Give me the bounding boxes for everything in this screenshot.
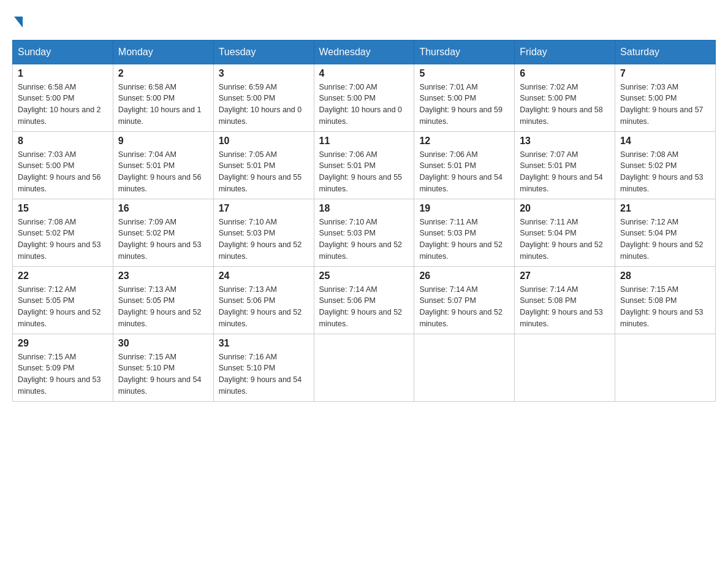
day-info: Sunrise: 7:07 AMSunset: 5:01 PMDaylight:… [520,149,610,195]
calendar-cell: 25Sunrise: 7:14 AMSunset: 5:06 PMDayligh… [314,266,414,334]
calendar-cell: 16Sunrise: 7:09 AMSunset: 5:02 PMDayligh… [113,199,213,266]
day-number: 12 [419,136,509,147]
day-number: 22 [18,270,108,282]
day-info: Sunrise: 6:58 AMSunset: 5:00 PMDaylight:… [118,82,208,128]
day-number: 27 [520,270,610,282]
day-number: 23 [118,270,208,282]
calendar-cell: 19Sunrise: 7:11 AMSunset: 5:03 PMDayligh… [414,199,515,266]
day-number: 16 [118,203,208,214]
calendar-cell: 15Sunrise: 7:08 AMSunset: 5:02 PMDayligh… [13,199,113,266]
day-number: 1 [18,68,108,79]
day-number: 14 [620,136,710,147]
day-info: Sunrise: 7:13 AMSunset: 5:05 PMDaylight:… [118,284,208,330]
day-number: 10 [219,136,309,147]
calendar-cell: 31Sunrise: 7:16 AMSunset: 5:10 PMDayligh… [213,334,314,401]
day-number: 28 [620,270,710,282]
day-number: 29 [18,338,108,349]
day-number: 18 [319,203,409,214]
calendar-cell: 20Sunrise: 7:11 AMSunset: 5:04 PMDayligh… [515,199,615,266]
day-info: Sunrise: 7:09 AMSunset: 5:02 PMDaylight:… [118,216,208,262]
day-number: 4 [319,68,409,79]
weekday-header-thursday: Thursday [414,40,515,64]
day-number: 26 [419,270,509,282]
day-info: Sunrise: 7:14 AMSunset: 5:08 PMDaylight:… [520,284,610,330]
calendar-cell: 28Sunrise: 7:15 AMSunset: 5:08 PMDayligh… [615,266,716,334]
calendar-table: SundayMondayTuesdayWednesdayThursdayFrid… [12,40,716,402]
day-info: Sunrise: 7:13 AMSunset: 5:06 PMDaylight:… [219,284,309,330]
weekday-header-tuesday: Tuesday [213,40,314,64]
day-info: Sunrise: 7:12 AMSunset: 5:05 PMDaylight:… [18,284,108,330]
day-number: 15 [18,203,108,214]
day-info: Sunrise: 6:59 AMSunset: 5:00 PMDaylight:… [219,82,309,128]
day-info: Sunrise: 7:11 AMSunset: 5:04 PMDaylight:… [520,216,610,262]
calendar-cell: 18Sunrise: 7:10 AMSunset: 5:03 PMDayligh… [314,199,414,266]
calendar-header-row: SundayMondayTuesdayWednesdayThursdayFrid… [13,40,716,64]
calendar-cell: 26Sunrise: 7:14 AMSunset: 5:07 PMDayligh… [414,266,515,334]
calendar-week-row: 15Sunrise: 7:08 AMSunset: 5:02 PMDayligh… [13,199,716,266]
day-info: Sunrise: 7:14 AMSunset: 5:06 PMDaylight:… [319,284,409,330]
day-info: Sunrise: 7:15 AMSunset: 5:10 PMDaylight:… [118,351,208,397]
day-number: 31 [219,338,309,349]
day-number: 21 [620,203,710,214]
calendar-cell: 21Sunrise: 7:12 AMSunset: 5:04 PMDayligh… [615,199,716,266]
day-info: Sunrise: 7:03 AMSunset: 5:00 PMDaylight:… [18,149,108,195]
day-number: 11 [319,136,409,147]
calendar-cell: 27Sunrise: 7:14 AMSunset: 5:08 PMDayligh… [515,266,615,334]
day-info: Sunrise: 7:08 AMSunset: 5:02 PMDaylight:… [620,149,710,195]
logo-row1 [12,12,23,30]
calendar-week-row: 22Sunrise: 7:12 AMSunset: 5:05 PMDayligh… [13,266,716,334]
day-number: 9 [118,136,208,147]
day-info: Sunrise: 7:06 AMSunset: 5:01 PMDaylight:… [419,149,509,195]
day-number: 5 [419,68,509,79]
day-info: Sunrise: 7:11 AMSunset: 5:03 PMDaylight:… [419,216,509,262]
day-number: 13 [520,136,610,147]
day-info: Sunrise: 7:16 AMSunset: 5:10 PMDaylight:… [219,351,309,397]
calendar-cell [314,334,414,401]
day-info: Sunrise: 7:00 AMSunset: 5:00 PMDaylight:… [319,82,409,128]
day-number: 2 [118,68,208,79]
weekday-header-sunday: Sunday [13,40,113,64]
calendar-cell: 23Sunrise: 7:13 AMSunset: 5:05 PMDayligh… [113,266,213,334]
calendar-cell [414,334,515,401]
calendar-cell [515,334,615,401]
day-info: Sunrise: 7:08 AMSunset: 5:02 PMDaylight:… [18,216,108,262]
day-info: Sunrise: 7:04 AMSunset: 5:01 PMDaylight:… [118,149,208,195]
calendar-cell: 5Sunrise: 7:01 AMSunset: 5:00 PMDaylight… [414,64,515,131]
calendar-cell: 10Sunrise: 7:05 AMSunset: 5:01 PMDayligh… [213,131,314,199]
calendar-cell: 1Sunrise: 6:58 AMSunset: 5:00 PMDaylight… [13,64,113,131]
day-info: Sunrise: 7:05 AMSunset: 5:01 PMDaylight:… [219,149,309,195]
calendar-cell: 12Sunrise: 7:06 AMSunset: 5:01 PMDayligh… [414,131,515,199]
calendar-cell: 8Sunrise: 7:03 AMSunset: 5:00 PMDaylight… [13,131,113,199]
day-info: Sunrise: 7:03 AMSunset: 5:00 PMDaylight:… [620,82,710,128]
calendar-cell: 30Sunrise: 7:15 AMSunset: 5:10 PMDayligh… [113,334,213,401]
day-number: 8 [18,136,108,147]
weekday-header-monday: Monday [113,40,213,64]
calendar-cell: 7Sunrise: 7:03 AMSunset: 5:00 PMDaylight… [615,64,716,131]
day-info: Sunrise: 7:01 AMSunset: 5:00 PMDaylight:… [419,82,509,128]
calendar-week-row: 8Sunrise: 7:03 AMSunset: 5:00 PMDaylight… [13,131,716,199]
calendar-cell: 24Sunrise: 7:13 AMSunset: 5:06 PMDayligh… [213,266,314,334]
calendar-cell: 9Sunrise: 7:04 AMSunset: 5:01 PMDaylight… [113,131,213,199]
day-number: 30 [118,338,208,349]
day-number: 25 [319,270,409,282]
weekday-header-wednesday: Wednesday [314,40,414,64]
day-info: Sunrise: 7:02 AMSunset: 5:00 PMDaylight:… [520,82,610,128]
calendar-cell: 29Sunrise: 7:15 AMSunset: 5:09 PMDayligh… [13,334,113,401]
day-number: 20 [520,203,610,214]
day-info: Sunrise: 7:12 AMSunset: 5:04 PMDaylight:… [620,216,710,262]
weekday-header-saturday: Saturday [615,40,716,64]
logo [12,12,23,30]
day-number: 24 [219,270,309,282]
weekday-header-friday: Friday [515,40,615,64]
calendar-cell: 22Sunrise: 7:12 AMSunset: 5:05 PMDayligh… [13,266,113,334]
day-info: Sunrise: 7:06 AMSunset: 5:01 PMDaylight:… [319,149,409,195]
page-header [12,12,716,30]
logo-arrow-icon [14,17,23,28]
calendar-cell: 3Sunrise: 6:59 AMSunset: 5:00 PMDaylight… [213,64,314,131]
day-number: 17 [219,203,309,214]
day-info: Sunrise: 7:10 AMSunset: 5:03 PMDaylight:… [319,216,409,262]
day-number: 3 [219,68,309,79]
day-info: Sunrise: 7:15 AMSunset: 5:08 PMDaylight:… [620,284,710,330]
day-info: Sunrise: 7:14 AMSunset: 5:07 PMDaylight:… [419,284,509,330]
calendar-week-row: 29Sunrise: 7:15 AMSunset: 5:09 PMDayligh… [13,334,716,401]
